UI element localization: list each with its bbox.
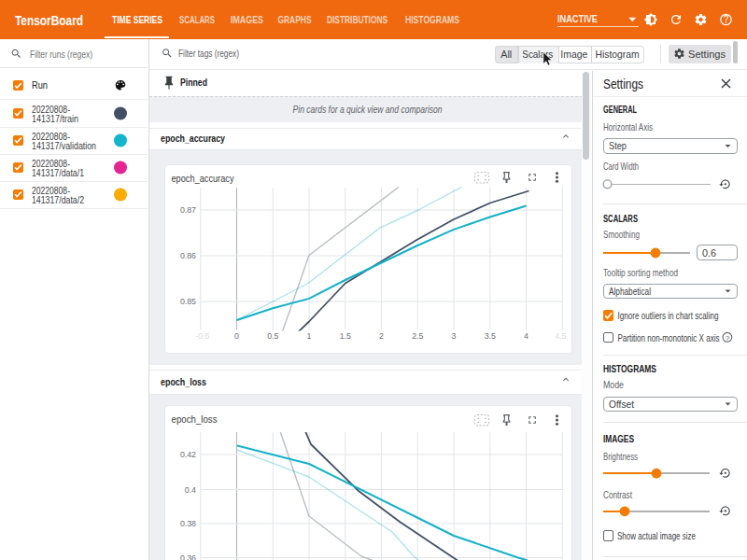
svg-text:0.38: 0.38	[180, 519, 196, 528]
svg-text:Show actual image size: Show actual image size	[617, 530, 696, 541]
svg-text:4: 4	[524, 331, 529, 341]
svg-text:GRAPHS: GRAPHS	[278, 15, 312, 25]
svg-text:Settings: Settings	[688, 49, 726, 60]
svg-text:1.5: 1.5	[340, 331, 351, 341]
svg-text:SCALARS: SCALARS	[179, 15, 215, 25]
svg-text:Histogram: Histogram	[596, 49, 640, 60]
svg-text:0.85: 0.85	[180, 297, 196, 306]
svg-text:Pinned: Pinned	[180, 77, 207, 88]
svg-text:1: 1	[307, 331, 312, 341]
svg-text:2.5: 2.5	[412, 331, 423, 341]
svg-text:TIME SERIES: TIME SERIES	[112, 15, 162, 25]
svg-text:HISTOGRAMS: HISTOGRAMS	[405, 15, 459, 25]
svg-text:Image: Image	[560, 49, 587, 60]
svg-text:0.86: 0.86	[180, 251, 196, 260]
svg-text:Contrast: Contrast	[603, 489, 632, 500]
svg-text:Tooltip sorting method: Tooltip sorting method	[603, 267, 678, 278]
svg-text:TensorBoard: TensorBoard	[15, 12, 83, 28]
svg-text:IMAGES: IMAGES	[603, 433, 634, 444]
svg-text:Pin cards for a quick view and: Pin cards for a quick view and compariso…	[293, 104, 443, 115]
svg-text:4.5: 4.5	[555, 331, 566, 341]
svg-text:0: 0	[234, 331, 239, 341]
svg-text:Filter tags (regex): Filter tags (regex)	[178, 48, 239, 59]
svg-text:0.87: 0.87	[180, 205, 196, 215]
svg-text:141317/data/1: 141317/data/1	[32, 168, 84, 178]
svg-text:141317/train: 141317/train	[32, 114, 78, 124]
svg-text:?: ?	[726, 334, 730, 343]
svg-text:epoch_loss: epoch_loss	[161, 376, 206, 387]
svg-text:3: 3	[452, 331, 457, 341]
svg-text:Step: Step	[609, 140, 627, 151]
svg-text:Alphabetical: Alphabetical	[609, 286, 651, 297]
svg-text:DISTRIBUTIONS: DISTRIBUTIONS	[327, 15, 388, 25]
svg-text:Run: Run	[32, 79, 48, 91]
svg-text:HISTOGRAMS: HISTOGRAMS	[603, 363, 656, 374]
svg-text:epoch_accuracy: epoch_accuracy	[172, 173, 234, 184]
svg-text:Brightness: Brightness	[603, 451, 638, 462]
svg-text:IMAGES: IMAGES	[231, 15, 263, 25]
svg-text:Horizontal Axis: Horizontal Axis	[603, 121, 653, 133]
svg-text:Settings: Settings	[603, 76, 643, 91]
svg-text:0.42: 0.42	[180, 450, 196, 459]
svg-text:141317/data/2: 141317/data/2	[32, 195, 84, 205]
svg-text:Offset: Offset	[609, 399, 634, 410]
svg-text:0.6: 0.6	[702, 247, 716, 259]
svg-text:0.4: 0.4	[185, 485, 196, 495]
svg-text:Mode: Mode	[603, 379, 624, 390]
svg-text:0.36: 0.36	[180, 553, 196, 560]
svg-text:epoch_accuracy: epoch_accuracy	[161, 133, 225, 144]
svg-text:All: All	[500, 49, 512, 60]
svg-text:-0.5: -0.5	[195, 331, 209, 341]
svg-text:GENERAL: GENERAL	[603, 104, 637, 115]
svg-text:INACTIVE: INACTIVE	[557, 13, 598, 24]
svg-text:Card Width: Card Width	[603, 161, 639, 172]
svg-text:2: 2	[379, 331, 384, 341]
svg-text:Ignore outliers in chart scali: Ignore outliers in chart scaling	[618, 310, 719, 321]
svg-text:0.5: 0.5	[267, 331, 278, 341]
svg-text:Partition non-monotonic X axis: Partition non-monotonic X axis	[618, 332, 720, 343]
svg-text:Smoothing: Smoothing	[603, 229, 640, 240]
svg-text:Filter runs (regex): Filter runs (regex)	[30, 49, 92, 60]
svg-text:3.5: 3.5	[485, 331, 496, 341]
svg-text:epoch_loss: epoch_loss	[172, 413, 218, 425]
svg-text:141317/validation: 141317/validation	[32, 141, 96, 151]
svg-text:SCALARS: SCALARS	[603, 213, 638, 224]
